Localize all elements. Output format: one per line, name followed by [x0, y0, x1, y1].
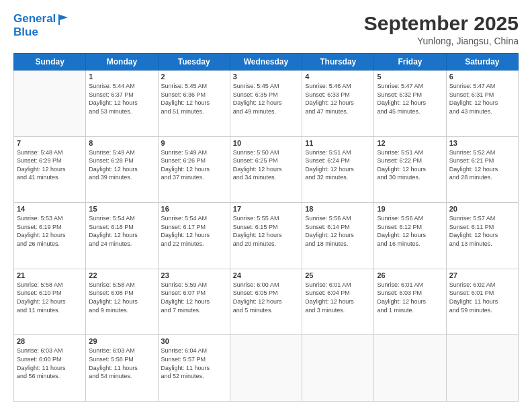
day-info: Sunrise: 5:54 AMSunset: 6:17 PMDaylight:… [161, 214, 227, 248]
col-wednesday: Wednesday [230, 54, 302, 71]
table-row: 5Sunrise: 5:47 AMSunset: 6:32 PMDaylight… [374, 71, 446, 137]
table-row: 26Sunrise: 6:01 AMSunset: 6:03 PMDayligh… [374, 269, 446, 335]
table-row: 28Sunrise: 6:03 AMSunset: 6:00 PMDayligh… [14, 335, 86, 402]
day-info: Sunrise: 5:46 AMSunset: 6:33 PMDaylight:… [305, 82, 371, 116]
day-number: 21 [17, 271, 83, 279]
table-row [374, 335, 446, 402]
day-number: 3 [233, 73, 299, 81]
col-friday: Friday [374, 54, 446, 71]
day-number: 19 [377, 205, 443, 213]
day-number: 6 [449, 73, 515, 81]
day-number: 23 [161, 271, 227, 279]
table-row: 7Sunrise: 5:48 AMSunset: 6:29 PMDaylight… [14, 136, 86, 203]
table-row [14, 71, 86, 137]
table-row: 6Sunrise: 5:47 AMSunset: 6:31 PMDaylight… [446, 71, 518, 137]
day-info: Sunrise: 5:50 AMSunset: 6:25 PMDaylight:… [233, 148, 299, 182]
day-info: Sunrise: 6:03 AMSunset: 5:58 PMDaylight:… [89, 347, 154, 380]
table-row: 16Sunrise: 5:54 AMSunset: 6:17 PMDayligh… [158, 203, 230, 269]
page: General Blue September 2025 Yunlong, Jia… [0, 0, 532, 411]
day-info: Sunrise: 5:51 AMSunset: 6:22 PMDaylight:… [377, 148, 443, 182]
table-row: 15Sunrise: 5:54 AMSunset: 6:18 PMDayligh… [86, 203, 158, 269]
day-number: 8 [89, 139, 154, 147]
day-number: 22 [89, 271, 154, 279]
table-row: 18Sunrise: 5:56 AMSunset: 6:14 PMDayligh… [302, 203, 374, 269]
day-number: 13 [449, 139, 515, 147]
day-info: Sunrise: 5:55 AMSunset: 6:15 PMDaylight:… [233, 214, 299, 248]
logo: General Blue [13, 12, 69, 38]
title-section: September 2025 Yunlong, Jiangsu, China [364, 12, 519, 46]
day-number: 28 [17, 337, 83, 345]
table-row: 22Sunrise: 5:58 AMSunset: 6:08 PMDayligh… [86, 269, 158, 335]
table-row: 4Sunrise: 5:46 AMSunset: 6:33 PMDaylight… [302, 71, 374, 137]
calendar-header: Sunday Monday Tuesday Wednesday Thursday… [14, 54, 519, 71]
day-info: Sunrise: 5:52 AMSunset: 6:21 PMDaylight:… [449, 148, 515, 182]
day-info: Sunrise: 5:45 AMSunset: 6:35 PMDaylight:… [233, 82, 299, 116]
table-row: 2Sunrise: 5:45 AMSunset: 6:36 PMDaylight… [158, 71, 230, 137]
col-tuesday: Tuesday [158, 54, 230, 71]
day-info: Sunrise: 6:03 AMSunset: 6:00 PMDaylight:… [17, 347, 83, 380]
day-number: 12 [377, 139, 443, 147]
location: Yunlong, Jiangsu, China [364, 36, 519, 46]
day-number: 24 [233, 271, 299, 279]
day-number: 15 [89, 205, 154, 213]
calendar-table: Sunday Monday Tuesday Wednesday Thursday… [13, 53, 519, 402]
day-info: Sunrise: 5:58 AMSunset: 6:08 PMDaylight:… [89, 281, 154, 314]
day-number: 18 [305, 205, 371, 213]
table-row: 20Sunrise: 5:57 AMSunset: 6:11 PMDayligh… [446, 203, 518, 269]
day-info: Sunrise: 5:49 AMSunset: 6:28 PMDaylight:… [89, 148, 154, 182]
day-number: 27 [449, 271, 515, 279]
table-row: 10Sunrise: 5:50 AMSunset: 6:25 PMDayligh… [230, 136, 302, 203]
table-row [446, 335, 518, 402]
day-number: 14 [17, 205, 83, 213]
day-info: Sunrise: 6:01 AMSunset: 6:03 PMDaylight:… [377, 281, 443, 314]
day-number: 17 [233, 205, 299, 213]
day-info: Sunrise: 5:56 AMSunset: 6:14 PMDaylight:… [305, 214, 371, 248]
header: General Blue September 2025 Yunlong, Jia… [13, 12, 519, 46]
day-info: Sunrise: 5:47 AMSunset: 6:32 PMDaylight:… [377, 82, 443, 116]
table-row: 13Sunrise: 5:52 AMSunset: 6:21 PMDayligh… [446, 136, 518, 203]
day-info: Sunrise: 5:59 AMSunset: 6:07 PMDaylight:… [161, 281, 227, 314]
calendar-body: 1Sunrise: 5:44 AMSunset: 6:37 PMDaylight… [14, 71, 519, 402]
calendar-week-row: 1Sunrise: 5:44 AMSunset: 6:37 PMDaylight… [14, 71, 519, 137]
col-thursday: Thursday [302, 54, 374, 71]
logo-blue: Blue [13, 26, 69, 39]
table-row: 9Sunrise: 5:49 AMSunset: 6:26 PMDaylight… [158, 136, 230, 203]
day-number: 11 [305, 139, 371, 147]
day-info: Sunrise: 5:45 AMSunset: 6:36 PMDaylight:… [161, 82, 227, 116]
day-number: 2 [161, 73, 227, 81]
col-monday: Monday [86, 54, 158, 71]
table-row: 14Sunrise: 5:53 AMSunset: 6:19 PMDayligh… [14, 203, 86, 269]
table-row: 12Sunrise: 5:51 AMSunset: 6:22 PMDayligh… [374, 136, 446, 203]
day-info: Sunrise: 6:04 AMSunset: 5:57 PMDaylight:… [161, 347, 227, 380]
day-info: Sunrise: 5:48 AMSunset: 6:29 PMDaylight:… [17, 148, 83, 182]
logo-flag-icon [57, 14, 69, 25]
day-number: 10 [233, 139, 299, 147]
col-sunday: Sunday [14, 54, 86, 71]
day-info: Sunrise: 5:44 AMSunset: 6:37 PMDaylight:… [89, 82, 154, 116]
svg-marker-0 [58, 14, 68, 25]
table-row: 3Sunrise: 5:45 AMSunset: 6:35 PMDaylight… [230, 71, 302, 137]
col-saturday: Saturday [446, 54, 518, 71]
logo-general: General [13, 12, 56, 25]
day-info: Sunrise: 5:51 AMSunset: 6:24 PMDaylight:… [305, 148, 371, 182]
day-info: Sunrise: 5:49 AMSunset: 6:26 PMDaylight:… [161, 148, 227, 182]
calendar-week-row: 7Sunrise: 5:48 AMSunset: 6:29 PMDaylight… [14, 136, 519, 203]
day-info: Sunrise: 6:00 AMSunset: 6:05 PMDaylight:… [233, 281, 299, 314]
day-number: 5 [377, 73, 443, 81]
day-number: 7 [17, 139, 83, 147]
table-row: 29Sunrise: 6:03 AMSunset: 5:58 PMDayligh… [86, 335, 158, 402]
table-row: 11Sunrise: 5:51 AMSunset: 6:24 PMDayligh… [302, 136, 374, 203]
day-info: Sunrise: 5:53 AMSunset: 6:19 PMDaylight:… [17, 214, 83, 248]
day-number: 30 [161, 337, 227, 345]
day-info: Sunrise: 5:58 AMSunset: 6:10 PMDaylight:… [17, 281, 83, 314]
table-row [302, 335, 374, 402]
day-number: 16 [161, 205, 227, 213]
month-title: September 2025 [364, 12, 519, 34]
day-info: Sunrise: 6:01 AMSunset: 6:04 PMDaylight:… [305, 281, 371, 314]
day-number: 25 [305, 271, 371, 279]
day-info: Sunrise: 5:57 AMSunset: 6:11 PMDaylight:… [449, 214, 515, 248]
table-row: 8Sunrise: 5:49 AMSunset: 6:28 PMDaylight… [86, 136, 158, 203]
day-number: 9 [161, 139, 227, 147]
day-info: Sunrise: 5:54 AMSunset: 6:18 PMDaylight:… [89, 214, 154, 248]
table-row: 27Sunrise: 6:02 AMSunset: 6:01 PMDayligh… [446, 269, 518, 335]
